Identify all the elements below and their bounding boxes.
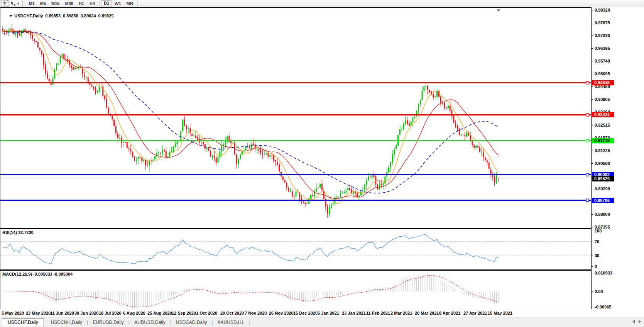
timeframe-m1[interactable]: M1 xyxy=(26,1,37,7)
ohlc-high: 0.89858 xyxy=(63,14,78,18)
timeframe-h1[interactable]: H1 xyxy=(76,1,87,7)
current-price-chip: 0.89829 xyxy=(592,176,614,181)
rsi-tick-label: 70 xyxy=(595,239,599,244)
price-tick-label: 0.98320 xyxy=(595,8,610,12)
rsi-tick-label: 0 xyxy=(595,264,597,269)
tab-scroll-right-icon[interactable] xyxy=(639,320,641,324)
rsi-tick-label: 30 xyxy=(595,253,599,258)
chart-symbol-period: USDCHF,Daily xyxy=(14,14,43,18)
timeframe-m15[interactable]: M15 xyxy=(49,1,62,7)
date-label: 30 Jun 2020 xyxy=(74,311,98,315)
timeframe-m30[interactable]: M30 xyxy=(63,1,76,7)
tool-dropdown-caret-icon[interactable]: ▾ xyxy=(17,1,21,6)
ohlc-low: 0.89624 xyxy=(81,14,96,18)
price-tick-mark xyxy=(592,23,593,23)
date-label: 23 Jan 2021 xyxy=(342,311,366,315)
hline-price-chip[interactable]: 0.94648 xyxy=(592,80,614,85)
chart-tab-usdcnh[interactable]: USDCNH,Daily xyxy=(46,319,87,326)
price-tick-mark xyxy=(592,86,593,87)
toolbar-grip[interactable] xyxy=(22,1,24,6)
timeframe-group: M1M5M15M30H1H4D1W1MN xyxy=(26,0,139,7)
rsi-tick-mark xyxy=(592,256,593,256)
chart-tab-eurusd[interactable]: EURUSD,Daily xyxy=(88,319,128,326)
tab-scroll-left-icon[interactable] xyxy=(632,320,635,324)
macd-tick-mark xyxy=(592,273,593,273)
price-tick-label: 0.88000 xyxy=(595,212,610,217)
timeframe-m5[interactable]: M5 xyxy=(37,1,49,7)
macd-scale[interactable]: 0.0109330.00-0.00965 xyxy=(592,270,644,309)
rsi-tick-mark xyxy=(592,231,593,231)
date-label: 2 Mar 2021 xyxy=(390,311,412,315)
price-chart-canvas[interactable] xyxy=(0,8,591,228)
date-label: 12 Sep 2020 xyxy=(172,311,196,315)
timeframe-w1[interactable]: W1 xyxy=(112,1,124,7)
date-label: 26 Nov 2020 xyxy=(269,311,294,315)
date-label: 7 Nov 2020 xyxy=(245,311,267,315)
time-axis[interactable]: 5 May 202023 May 202011 Jun 202030 Jun 2… xyxy=(0,309,592,317)
price-scale[interactable]: 0.983200.976750.970300.963850.957400.950… xyxy=(592,7,644,229)
rsi-label: RSI(14) 32.7230 xyxy=(2,230,34,235)
rsi-tick-mark xyxy=(592,266,593,267)
price-tick-label: 0.97675 xyxy=(595,20,610,25)
date-label: 5 Jan 2021 xyxy=(318,311,339,315)
chart-tab-usdcad[interactable]: USDCAD,Daily xyxy=(171,319,212,326)
price-tick-label: 0.90580 xyxy=(595,161,610,166)
price-tick-mark xyxy=(592,61,593,61)
date-label: 20 Mar 2021 xyxy=(415,311,439,315)
price-tick-mark xyxy=(592,74,593,74)
ohlc-close: 0.89829 xyxy=(98,14,114,18)
price-tick-mark xyxy=(592,99,593,100)
timeframe-h4[interactable]: H4 xyxy=(87,1,98,7)
price-tick-label: 0.95095 xyxy=(595,71,610,76)
price-tick-mark xyxy=(592,189,593,189)
hline-price-chip[interactable]: 0.88706 xyxy=(592,198,614,203)
text-tool-button[interactable]: T xyxy=(1,0,8,7)
price-tick-mark xyxy=(592,227,593,227)
date-label: 23 May 2020 xyxy=(26,311,51,315)
price-tick-mark xyxy=(592,125,593,125)
chart-tab-usdchf[interactable]: USDCHF,Daily xyxy=(2,319,44,326)
timeframe-mn[interactable]: MN xyxy=(124,1,136,7)
hline-price-chip[interactable]: 0.91718 xyxy=(592,138,614,143)
toolbar-separator xyxy=(99,1,100,6)
tick-arrows-icon[interactable] xyxy=(10,1,17,6)
hline-price-chip[interactable]: 0.93024 xyxy=(592,112,614,117)
date-label: 8 Apr 2021 xyxy=(439,311,460,315)
chart-title: USDCHF,Daily0.898530.898580.896240.89829 xyxy=(2,9,116,23)
macd-tick-mark xyxy=(592,291,593,292)
date-label: 1 Oct 2020 xyxy=(196,311,217,315)
price-tick-label: 0.96385 xyxy=(595,46,610,51)
price-tick-label: 0.95740 xyxy=(595,59,610,63)
price-tick-label: 0.97030 xyxy=(595,33,610,38)
chart-tab-audusd[interactable]: AUDUSD,Daily xyxy=(130,319,170,326)
macd-chart-canvas[interactable] xyxy=(0,271,591,309)
date-label: 15 Dec 2020 xyxy=(293,311,318,315)
timeframe-d1[interactable]: D1 xyxy=(101,0,112,7)
price-pane[interactable]: USDCHF,Daily0.898530.898580.896240.89829 xyxy=(0,7,592,229)
macd-pane[interactable]: MACD(12,26,9) -0.005033 -0.005004 xyxy=(0,270,592,309)
tab-scroll-arrows xyxy=(632,320,641,324)
rsi-chart-canvas[interactable] xyxy=(0,229,591,269)
ohlc-open: 0.89853 xyxy=(45,14,61,18)
date-label: 6 Aug 2020 xyxy=(123,311,145,315)
rsi-tick-mark xyxy=(592,242,593,242)
price-tick-mark xyxy=(592,48,593,49)
price-tick-label: 0.89290 xyxy=(595,186,610,191)
price-tick-mark xyxy=(592,10,593,10)
rsi-tick-label: 100 xyxy=(595,229,602,233)
chart-collapse-caret-icon[interactable] xyxy=(9,15,12,17)
chart-tab-xauusd[interactable]: XAUUSD,H1 xyxy=(213,319,249,326)
price-tick-label: 0.92515 xyxy=(595,123,610,127)
date-label: 11 Feb 2021 xyxy=(366,311,390,315)
rsi-scale[interactable]: 10070300 xyxy=(592,229,644,270)
macd-label: MACD(12,26,9) -0.005033 -0.005004 xyxy=(2,272,73,276)
price-tick-mark xyxy=(592,214,593,215)
price-tick-mark xyxy=(592,151,593,151)
price-tick-mark xyxy=(592,36,593,36)
macd-tick-label: 0.010933 xyxy=(595,271,612,275)
date-label: 27 Apr 2021 xyxy=(463,311,487,315)
rsi-pane[interactable]: RSI(14) 32.7230 xyxy=(0,229,592,270)
price-tick-label: 0.91225 xyxy=(595,148,610,153)
date-label: 11 Jun 2020 xyxy=(50,311,74,315)
macd-tick-label: -0.00965 xyxy=(595,305,611,309)
